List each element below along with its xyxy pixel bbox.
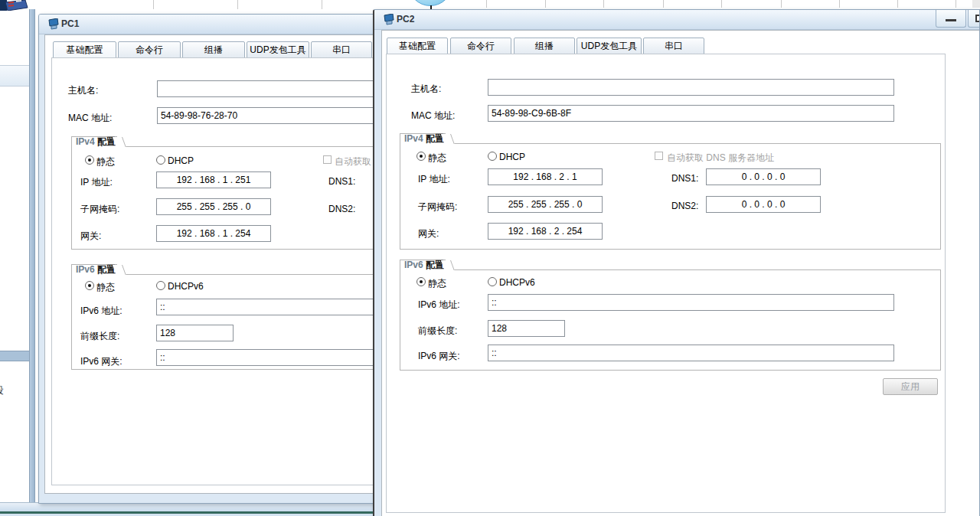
pc1-titlebar[interactable]: PC1: [39, 15, 375, 34]
pc1-mask-label: 子网掩码:: [80, 203, 119, 216]
pc2-tab-multicast[interactable]: 组播: [514, 38, 575, 54]
canvas-grid-tick: [839, 0, 840, 8]
pc1-ipv6-gateway-input[interactable]: ::: [156, 349, 376, 366]
pc2-tab-serial[interactable]: 串口: [643, 38, 704, 54]
pc1-prefix-label: 前缀长度:: [80, 330, 119, 343]
pc1-mac-input[interactable]: 54-89-98-76-28-70: [157, 107, 376, 124]
pc2-ipv4-dhcp-label: DHCP: [499, 152, 525, 162]
pc1-ipv6-gateway-label: IPv6 网关:: [80, 355, 122, 368]
pc2-ipv6-gateway-label: IPv6 网关:: [418, 350, 460, 363]
pc2-ip-input[interactable]: 192 . 168 . 2 . 1: [488, 168, 603, 185]
pc2-gateway-label: 网关:: [418, 227, 439, 240]
pc1-ipv6-group-label: IPv6 配置: [71, 264, 117, 275]
pc1-auto-dns-checkbox[interactable]: [323, 155, 332, 164]
pc2-ipv6-static-radio[interactable]: [416, 277, 426, 286]
pc2-tab-basic-config[interactable]: 基础配置: [387, 38, 448, 54]
canvas-grid-tick: [322, 0, 322, 9]
canvas-grid-tick: [663, 0, 664, 8]
pc1-ipv4-static-label: 静态: [96, 155, 115, 168]
pc2-tab-udp-tool[interactable]: UDP发包工具: [577, 38, 642, 54]
pc1-ipv4-group-label: IPv4 配置: [71, 136, 117, 147]
sidebar-panel-header[interactable]: [0, 65, 29, 87]
pc2-dns2-input[interactable]: 0 . 0 . 0 . 0: [706, 196, 821, 213]
pc1-tab-udp-tool[interactable]: UDP发包工具: [247, 41, 309, 58]
pc1-tab-multicast[interactable]: 组播: [182, 41, 245, 58]
canvas-grid-tick: [721, 0, 722, 8]
pc2-dns1-input[interactable]: 0 . 0 . 0 . 0: [706, 168, 821, 185]
pc2-ipv6-group-label: IPv6 配置: [400, 260, 446, 270]
minimize-icon: [946, 19, 956, 21]
pc1-ipv4-dhcp-radio[interactable]: [156, 155, 165, 165]
pc1-hostname-input[interactable]: [157, 80, 376, 97]
canvas-grid-tick: [153, 0, 154, 9]
pc2-ipv6-dhcp-radio[interactable]: [488, 277, 497, 286]
pc2-ipv6-gateway-input[interactable]: ::: [488, 345, 894, 361]
pc1-dns1-label: DNS1:: [328, 176, 355, 187]
pc1-prefix-input[interactable]: 128: [156, 325, 234, 341]
maximize-icon: [975, 15, 980, 22]
pc2-prefix-input[interactable]: 128: [488, 320, 565, 337]
pc2-prefix-label: 前缀长度:: [418, 325, 457, 338]
pc1-ip-input[interactable]: 192 . 168 . 1 . 251: [156, 171, 271, 188]
minimize-button[interactable]: [936, 10, 966, 28]
pc-icon: [47, 18, 60, 30]
pc2-dns1-label: DNS1:: [671, 173, 698, 184]
pc1-ipv6-addr-label: IPv6 地址:: [80, 305, 122, 318]
pc2-tab-cli[interactable]: 命令行: [450, 38, 511, 54]
pc1-hostname-label: 主机名:: [68, 84, 98, 97]
maximize-button[interactable]: [968, 10, 980, 28]
pc1-ipv6-dhcp-label: DHCPv6: [168, 281, 204, 292]
pc1-window: PC1 基础配置 命令行 组播 UDP发包工具 串口 主机名: MAC 地址: …: [38, 14, 376, 504]
pc1-tab-cli[interactable]: 命令行: [118, 41, 181, 58]
window-title: PC2: [397, 14, 414, 24]
pc1-ipv4-dhcp-label: DHCP: [168, 155, 194, 166]
pc2-mask-input[interactable]: 255 . 255 . 255 . 0: [488, 196, 603, 213]
pc1-ipv6-addr-input[interactable]: ::: [156, 299, 376, 315]
pc2-ipv6-addr-label: IPv6 地址:: [418, 299, 460, 312]
pc2-hostname-input[interactable]: [488, 79, 894, 96]
pc2-ipv4-static-label: 静态: [428, 152, 446, 165]
pc1-mask-input[interactable]: 255 . 255 . 255 . 0: [156, 198, 271, 215]
sidebar-partial-label: 段: [0, 384, 4, 397]
pc1-mac-label: MAC 地址:: [68, 112, 112, 125]
pc2-mask-label: 子网掩码:: [418, 201, 457, 214]
pc2-ip-label: IP 地址:: [418, 173, 450, 186]
pc1-gateway-input[interactable]: 192 . 168 . 1 . 254: [156, 225, 271, 242]
apply-button[interactable]: 应用: [883, 378, 938, 395]
pc1-tab-basic-config[interactable]: 基础配置: [53, 41, 116, 58]
pc1-tab-serial[interactable]: 串口: [311, 41, 372, 58]
switch-device-icon: [0, 0, 29, 11]
pc2-ipv6-dhcp-label: DHCPv6: [499, 277, 535, 288]
canvas-grid-tick: [897, 0, 898, 8]
pc1-ipv4-static-radio[interactable]: [85, 155, 94, 165]
pc2-ipv6-static-label: 静态: [428, 277, 446, 290]
pc2-auto-dns-checkbox[interactable]: [655, 152, 663, 160]
pc2-ipv4-dhcp-radio[interactable]: [488, 152, 497, 161]
canvas-grid-tick: [545, 0, 546, 8]
pc1-gateway-label: 网关:: [80, 230, 101, 243]
pc2-ipv4-group-label: IPv4 配置: [400, 133, 446, 144]
canvas-grid-tick: [956, 0, 956, 8]
pc2-dns2-label: DNS2:: [671, 201, 698, 211]
pc1-ipv6-static-radio[interactable]: [85, 281, 94, 290]
sidebar-scrollbar[interactable]: [29, 9, 35, 507]
pc2-ipv4-static-radio[interactable]: [416, 152, 426, 161]
pc2-hostname-label: 主机名:: [411, 83, 441, 96]
canvas-grid-tick: [781, 0, 782, 8]
pc2-mac-input[interactable]: 54-89-98-C9-6B-8F: [488, 105, 894, 122]
pc-icon: [383, 14, 395, 25]
pc2-mac-label: MAC 地址:: [411, 109, 455, 122]
canvas-grid-tick: [486, 0, 487, 8]
pc1-auto-dns-label: 自动获取 DNS 服务器地址: [335, 155, 376, 168]
pc2-titlebar[interactable]: PC2: [374, 10, 979, 30]
pc2-auto-dns-label: 自动获取 DNS 服务器地址: [667, 152, 774, 165]
pc1-ipv6-dhcp-radio[interactable]: [156, 281, 165, 290]
pc1-ip-label: IP 地址:: [80, 176, 113, 189]
sidebar-panel-divider: [0, 351, 29, 361]
pc1-dns2-label: DNS2:: [328, 204, 355, 214]
pc2-ipv6-addr-input[interactable]: ::: [488, 294, 894, 311]
canvas-grid-tick: [603, 0, 604, 8]
screen-corner-fragment: [972, 0, 980, 8]
canvas-grid-tick: [237, 0, 238, 9]
pc2-gateway-input[interactable]: 192 . 168 . 2 . 254: [488, 223, 603, 240]
